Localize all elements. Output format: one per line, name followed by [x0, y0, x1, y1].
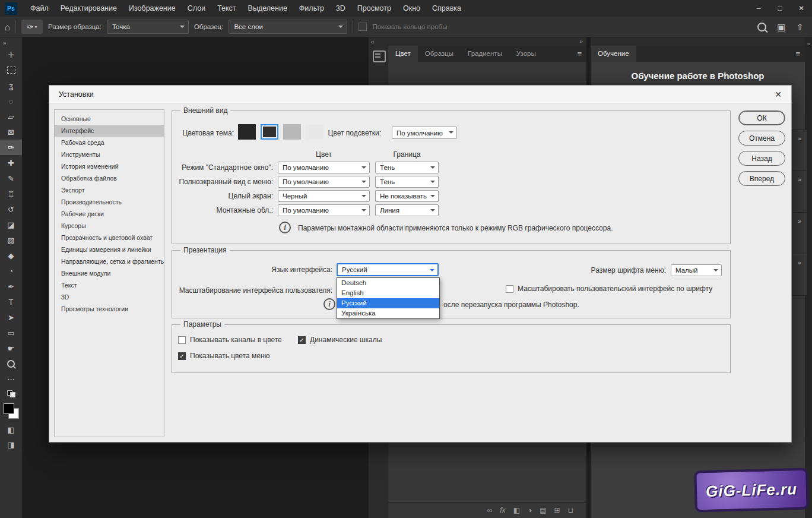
- border-select[interactable]: Не показывать: [375, 190, 439, 202]
- pen-tool[interactable]: ✒: [0, 279, 22, 294]
- color-select[interactable]: По умолчанию: [278, 204, 370, 216]
- type-tool[interactable]: T: [0, 294, 22, 309]
- share-icon[interactable]: ⇧: [796, 22, 804, 33]
- move-tool[interactable]: ✛: [0, 47, 22, 62]
- adjustment-layer-icon[interactable]: ◑: [528, 506, 532, 514]
- ok-button[interactable]: ОК: [738, 110, 785, 125]
- layer-mask-icon[interactable]: ◧: [513, 506, 520, 514]
- checkbox[interactable]: [178, 336, 186, 344]
- dialog-titlebar[interactable]: Установки ✕: [49, 86, 791, 103]
- menubar-item[interactable]: Справка: [426, 4, 467, 12]
- eraser-tool[interactable]: ◪: [0, 217, 22, 232]
- collapsed-panel-group[interactable]: »: [792, 213, 807, 254]
- lasso-tool[interactable]: ʓ: [0, 78, 22, 93]
- default-colors-icon[interactable]: [7, 390, 15, 397]
- minimize-button[interactable]: –: [748, 0, 769, 17]
- search-icon[interactable]: [757, 23, 766, 31]
- gradient-tool[interactable]: ▨: [0, 232, 22, 248]
- quick-mask-icon[interactable]: ◧: [7, 425, 14, 434]
- menubar-item[interactable]: Окно: [397, 4, 426, 12]
- collapsed-panel-group[interactable]: »: [792, 171, 807, 213]
- language-option[interactable]: Русский: [337, 298, 439, 308]
- sample-select[interactable]: Все слои: [229, 20, 347, 34]
- collapsed-panel-group[interactable]: »: [792, 130, 807, 171]
- eyedropper-tool[interactable]: ✑: [0, 140, 22, 155]
- preferences-section-item[interactable]: Рабочая среда: [55, 137, 164, 149]
- screen-mode-icon[interactable]: ◨: [7, 440, 14, 449]
- panel-menu-icon[interactable]: ≡: [795, 46, 805, 62]
- home-icon[interactable]: ⌂: [5, 22, 10, 32]
- panel-menu-icon[interactable]: ≡: [577, 46, 586, 62]
- color-select[interactable]: По умолчанию: [278, 176, 370, 188]
- expand-dock-icon[interactable]: «: [371, 39, 375, 45]
- preferences-section-item[interactable]: Интерфейс: [55, 125, 164, 137]
- menubar-item[interactable]: Просмотр: [351, 4, 397, 12]
- preferences-section-item[interactable]: Направляющие, сетка и фрагменты: [55, 255, 164, 267]
- preferences-section-item[interactable]: Текст: [55, 279, 164, 291]
- show-sampling-ring-checkbox[interactable]: [359, 23, 367, 31]
- preferences-section-item[interactable]: Прозрачность и цветовой охват: [55, 232, 164, 244]
- preferences-section-item[interactable]: Инструменты: [55, 149, 164, 160]
- menubar-item[interactable]: Текст: [211, 4, 242, 12]
- delete-layer-icon[interactable]: ⊔: [568, 506, 573, 514]
- preferences-section-item[interactable]: Курсоры: [55, 220, 164, 232]
- preferences-section-item[interactable]: Обработка файлов: [55, 172, 164, 184]
- toolbar-collapse-icon[interactable]: »: [3, 40, 7, 46]
- scale-ui-to-font-checkbox[interactable]: [506, 285, 513, 293]
- rectangle-tool[interactable]: ▭: [0, 325, 22, 340]
- collapse-dock-icon[interactable]: »: [807, 41, 810, 47]
- cancel-button[interactable]: Отмена: [738, 131, 785, 146]
- border-select[interactable]: Тень: [375, 176, 439, 188]
- tab-learn[interactable]: Обучение: [591, 46, 636, 62]
- close-button[interactable]: ✕: [791, 0, 812, 17]
- menubar-item[interactable]: Выделение: [242, 4, 293, 12]
- active-tool-button[interactable]: ✑ ▾: [21, 20, 43, 34]
- menubar-item[interactable]: Изображение: [123, 4, 182, 12]
- checkbox[interactable]: ✓: [298, 336, 306, 344]
- collapsed-panel-group[interactable]: »: [792, 254, 807, 296]
- hand-tool[interactable]: ☛: [0, 340, 22, 356]
- theme-swatch[interactable]: [238, 124, 256, 140]
- quick-selection-tool[interactable]: ◌: [0, 93, 22, 109]
- theme-swatch[interactable]: [261, 124, 278, 140]
- preferences-section-item[interactable]: Рабочие диски: [55, 208, 164, 220]
- highlight-color-select[interactable]: По умолчанию: [392, 127, 457, 139]
- border-select[interactable]: Тень: [375, 162, 439, 173]
- language-option[interactable]: Deutsch: [337, 278, 439, 288]
- brush-tool[interactable]: ✎: [0, 170, 22, 186]
- color-select[interactable]: По умолчанию: [278, 162, 370, 173]
- history-brush-tool[interactable]: ↺: [0, 201, 22, 217]
- frame-tool[interactable]: ⊠: [0, 124, 22, 140]
- preferences-section-item[interactable]: История изменений: [55, 160, 164, 172]
- preferences-section-item[interactable]: Производительность: [55, 196, 164, 208]
- ui-language-select[interactable]: Русский: [337, 263, 439, 276]
- layer-effects-icon[interactable]: fx: [500, 506, 505, 514]
- preferences-section-item[interactable]: Внешние модули: [55, 267, 164, 279]
- blur-tool[interactable]: ◆: [0, 248, 22, 263]
- zoom-tool[interactable]: [0, 356, 22, 371]
- crop-tool[interactable]: ▱: [0, 109, 22, 124]
- menu-font-size-select[interactable]: Малый: [671, 264, 722, 276]
- border-select[interactable]: Линия: [375, 204, 439, 216]
- dodge-tool[interactable]: ◔: [0, 263, 22, 279]
- theme-swatch[interactable]: [283, 124, 301, 140]
- preferences-section-item[interactable]: Экспорт: [55, 184, 164, 196]
- more-options[interactable]: ⋯: [0, 371, 22, 387]
- preferences-section-item[interactable]: Единицы измерения и линейки: [55, 244, 164, 255]
- healing-brush-tool[interactable]: ✚: [0, 155, 22, 170]
- dialog-close-icon[interactable]: ✕: [775, 90, 782, 99]
- workspace-switcher-icon[interactable]: ▣: [777, 22, 785, 33]
- collapse-dock-icon[interactable]: »: [579, 38, 583, 45]
- foreground-background-swatches[interactable]: [4, 403, 19, 419]
- menubar-item[interactable]: Фильтр: [293, 4, 330, 12]
- prev-button[interactable]: Назад: [738, 151, 785, 166]
- tab-Градиенты[interactable]: Градиенты: [461, 46, 509, 62]
- tab-Образцы[interactable]: Образцы: [418, 46, 461, 62]
- link-layers-icon[interactable]: ∞: [487, 506, 493, 514]
- path-selection-tool[interactable]: ➤: [0, 309, 22, 325]
- sample-size-select[interactable]: Точка: [107, 20, 189, 34]
- preferences-section-item[interactable]: Основные: [55, 113, 164, 125]
- layer-group-icon[interactable]: ▤: [540, 506, 546, 514]
- menubar-item[interactable]: Слои: [182, 4, 211, 12]
- marquee-tool[interactable]: [0, 62, 22, 78]
